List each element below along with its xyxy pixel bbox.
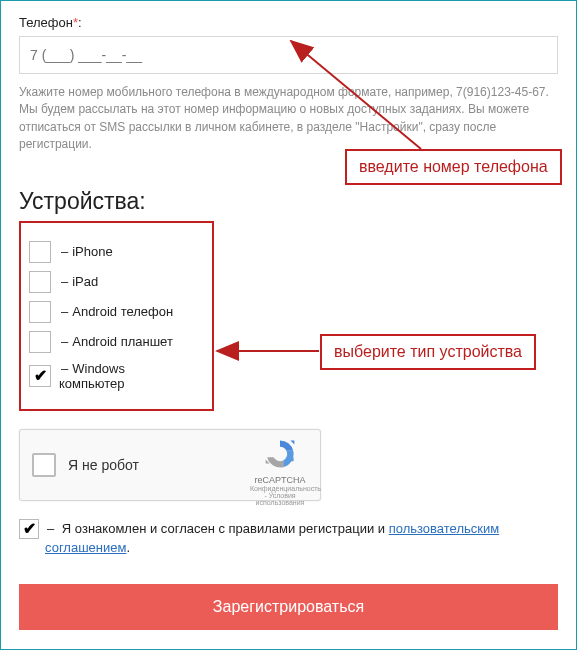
phone-label: Телефон*: <box>19 15 558 30</box>
devices-box: –iPhone –iPad –Android телефон –Android … <box>19 221 214 411</box>
devices-title: Устройства: <box>19 188 558 215</box>
device-label: –Windows компьютер <box>59 361 176 391</box>
recaptcha-icon <box>264 438 296 470</box>
device-row-windows: –Windows компьютер <box>29 361 176 391</box>
register-button[interactable]: Зарегистрироваться <box>19 584 558 630</box>
checkbox-android-phone[interactable] <box>29 301 51 323</box>
phone-input[interactable] <box>19 36 558 74</box>
device-row-ipad: –iPad <box>29 271 176 293</box>
recaptcha-brand: reCAPTCHA <box>250 475 310 485</box>
recaptcha-label: Я не робот <box>68 457 139 473</box>
checkbox-windows[interactable] <box>29 365 51 387</box>
device-row-android-tablet: –Android планшет <box>29 331 176 353</box>
device-label: –iPhone <box>59 244 113 259</box>
recaptcha-checkbox[interactable] <box>32 453 56 477</box>
checkbox-agreement[interactable] <box>19 519 39 539</box>
phone-label-text: Телефон <box>19 15 73 30</box>
phone-help-text: Укажите номер мобильного телефона в межд… <box>19 84 558 154</box>
checkbox-ipad[interactable] <box>29 271 51 293</box>
agreement-text: – Я ознакомлен и согласен с правилами ре… <box>45 519 558 558</box>
device-row-android-phone: –Android телефон <box>29 301 176 323</box>
device-row-iphone: –iPhone <box>29 241 176 263</box>
device-label: –Android планшет <box>59 334 173 349</box>
agreement-row: – Я ознакомлен и согласен с правилами ре… <box>19 519 558 558</box>
phone-colon: : <box>78 15 82 30</box>
device-label: –Android телефон <box>59 304 173 319</box>
device-label: –iPad <box>59 274 98 289</box>
checkbox-iphone[interactable] <box>29 241 51 263</box>
svg-marker-0 <box>290 440 294 444</box>
callout-device: выберите тип устройства <box>320 334 536 370</box>
recaptcha-terms: Конфиденциальность - Условия использован… <box>250 485 310 506</box>
checkbox-android-tablet[interactable] <box>29 331 51 353</box>
callout-phone: введите номер телефона <box>345 149 562 185</box>
recaptcha-logo: reCAPTCHA Конфиденциальность - Условия и… <box>250 438 310 506</box>
recaptcha-widget: Я не робот reCAPTCHA Конфиденциальность … <box>19 429 321 501</box>
